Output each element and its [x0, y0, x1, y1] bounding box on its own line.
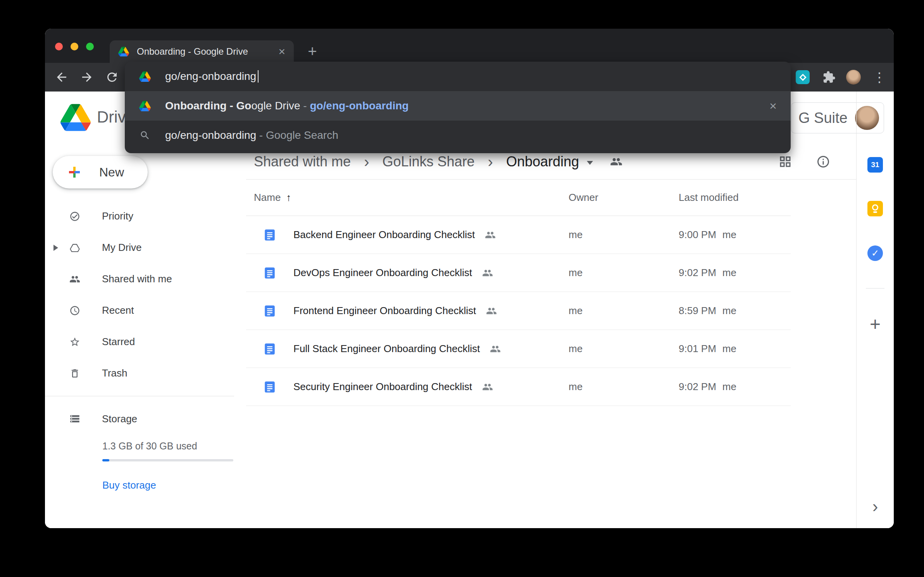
file-owner: me: [569, 229, 679, 241]
drive-app: Drive G Suite New: [45, 92, 894, 528]
suggestion-drive-result[interactable]: Onboarding - Google Drive - go/eng-onboa…: [125, 91, 791, 121]
omnibox-input-row[interactable]: go/eng-onboarding: [125, 62, 791, 91]
window-close-button[interactable]: [55, 43, 63, 50]
new-button-label: New: [99, 165, 124, 180]
file-modified-by: me: [722, 381, 736, 393]
file-name: Full Stack Engineer Onboarding Checklist: [293, 343, 480, 355]
file-row[interactable]: DevOps Engineer Onboarding Checklist me …: [246, 254, 791, 292]
file-name-cell: Security Engineer Onboarding Checklist: [246, 380, 569, 394]
sidebar-item-storage[interactable]: Storage: [45, 403, 234, 434]
storage-usage-text: 1.3 GB of 30 GB used: [102, 441, 197, 452]
new-tab-button[interactable]: +: [304, 43, 321, 59]
side-panel-rail: 31 ✓ + ›: [856, 92, 894, 528]
breadcrumb-onboarding[interactable]: Onboarding: [506, 154, 579, 170]
window-zoom-button[interactable]: [86, 43, 94, 50]
sidebar-item-recent[interactable]: Recent: [45, 295, 234, 326]
tab-close-icon[interactable]: ×: [278, 46, 285, 57]
sidebar-item-label: Trash: [102, 367, 128, 379]
google-docs-icon: [263, 342, 276, 356]
browser-tab[interactable]: Onboarding - Google Drive ×: [110, 40, 294, 63]
file-owner: me: [569, 305, 679, 317]
remove-suggestion-icon[interactable]: ×: [769, 100, 777, 112]
file-row[interactable]: Backend Engineer Onboarding Checklist me…: [246, 216, 791, 254]
sidebar-item-trash[interactable]: Trash: [45, 358, 234, 389]
file-modified-by: me: [722, 267, 736, 279]
google-docs-icon: [263, 380, 276, 394]
people-icon: [69, 274, 80, 285]
drive-favicon: [118, 47, 129, 57]
collapse-panel-icon[interactable]: ›: [872, 498, 878, 515]
my-drive-icon: [69, 242, 80, 253]
clock-icon: [69, 305, 80, 316]
add-panel-icon[interactable]: +: [870, 315, 881, 333]
breadcrumb-golinks-share[interactable]: GoLinks Share: [382, 154, 474, 170]
sidebar-item-my-drive[interactable]: My Drive: [45, 232, 234, 263]
file-modified-by: me: [722, 229, 736, 241]
file-modified-time: 9:00 PM: [679, 229, 716, 241]
text-cursor: [258, 70, 259, 83]
extension-icon[interactable]: [796, 70, 810, 84]
sidebar-item-shared-with-me[interactable]: Shared with me: [45, 263, 234, 295]
grid-view-icon[interactable]: [778, 155, 792, 169]
omnibox-value[interactable]: go/eng-onboarding: [165, 70, 256, 83]
storage-icon: [69, 413, 80, 424]
browser-menu-icon[interactable]: ⋮: [873, 70, 884, 84]
omnibox-dropdown: go/eng-onboarding Onboarding - Google D: [125, 62, 791, 153]
sidebar-divider: [45, 396, 234, 396]
desktop-background: Onboarding - Google Drive × + ⋮: [0, 0, 924, 577]
file-modified-time: 8:59 PM: [679, 305, 716, 317]
file-modified: 9:02 PM me: [679, 381, 791, 393]
browser-profile-avatar[interactable]: [846, 70, 861, 85]
shared-people-icon: [485, 230, 496, 240]
storage-meter-fill: [102, 459, 109, 461]
keep-icon[interactable]: [867, 201, 883, 216]
file-name-cell: DevOps Engineer Onboarding Checklist: [246, 266, 569, 280]
shared-people-icon: [486, 306, 497, 316]
trash-icon: [69, 368, 80, 379]
new-button[interactable]: New: [53, 156, 148, 188]
column-header-name[interactable]: Name ↑: [246, 192, 569, 204]
table-header: Name ↑ Owner Last modified: [246, 180, 791, 216]
calendar-icon[interactable]: 31: [867, 157, 883, 173]
sidebar-item-priority[interactable]: Priority: [45, 200, 234, 232]
lightbulb-glyph: [872, 204, 878, 211]
tasks-icon[interactable]: ✓: [867, 245, 883, 261]
column-header-modified[interactable]: Last modified: [679, 192, 791, 204]
sidebar-nav: Priority My Drive Shared with me: [45, 200, 234, 389]
back-icon[interactable]: [55, 70, 69, 84]
column-header-owner[interactable]: Owner: [569, 192, 679, 204]
suggestion-search-result[interactable]: go/eng-onboarding - Google Search: [125, 121, 791, 150]
sidebar-item-label: Recent: [102, 304, 134, 316]
file-modified-time: 9:02 PM: [679, 267, 716, 279]
breadcrumb-shared-with-me[interactable]: Shared with me: [254, 154, 351, 170]
new-plus-icon: [67, 165, 81, 179]
file-row[interactable]: Frontend Engineer Onboarding Checklist m…: [246, 292, 791, 330]
buy-storage-link[interactable]: Buy storage: [102, 479, 156, 491]
file-name-cell: Frontend Engineer Onboarding Checklist: [246, 304, 569, 318]
sort-ascending-icon[interactable]: ↑: [286, 192, 291, 204]
file-row[interactable]: Full Stack Engineer Onboarding Checklist…: [246, 330, 791, 368]
shared-people-icon: [482, 268, 493, 278]
extensions-puzzle-icon[interactable]: [822, 71, 836, 84]
storage-label: Storage: [102, 413, 137, 425]
file-owner: me: [569, 343, 679, 355]
file-modified: 9:02 PM me: [679, 267, 791, 279]
rail-divider: [866, 288, 884, 288]
file-row[interactable]: Security Engineer Onboarding Checklist m…: [246, 368, 791, 406]
sidebar-item-label: Shared with me: [102, 273, 172, 285]
star-icon: [69, 337, 80, 347]
suggestion-title-match: Onboarding - Go: [165, 100, 251, 112]
window-minimize-button[interactable]: [71, 43, 78, 50]
reload-icon[interactable]: [105, 70, 119, 84]
file-modified: 9:00 PM me: [679, 229, 791, 241]
forward-icon[interactable]: [80, 70, 94, 84]
sidebar-item-starred[interactable]: Starred: [45, 326, 234, 358]
shared-people-icon: [490, 344, 501, 354]
folder-menu-caret-icon[interactable]: [587, 161, 593, 165]
info-icon[interactable]: [816, 155, 830, 169]
lightbulb-base: [873, 211, 877, 213]
search-icon: [140, 130, 150, 141]
suggestion-annotation: - Google Search: [256, 129, 338, 141]
suggestion-dash: -: [300, 100, 310, 112]
expand-arrow-icon[interactable]: [53, 245, 58, 251]
